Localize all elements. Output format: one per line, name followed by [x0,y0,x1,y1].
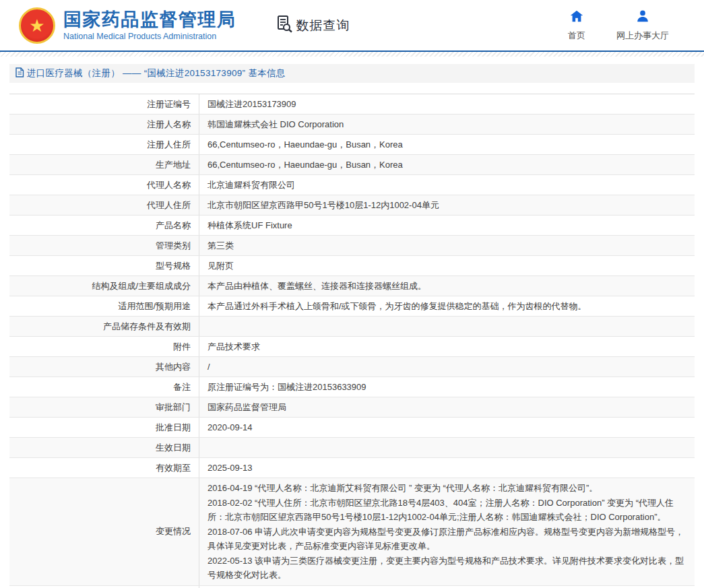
change-item: 2016-04-19 “代理人名称：北京迪斯艾科贸有限公司 ” 变更为 “代理人… [207,481,688,496]
table-row-agent-address: 代理人住所 北京市朝阳区望京西路甲50号1号楼10层1-12内1002-04单元 [9,195,695,216]
row-value [199,438,695,457]
doc-search-icon [276,15,294,36]
row-label: 附件 [9,337,199,356]
brand-title: 国家药品监督管理局 [63,9,236,30]
table-row-approval-date: 批准日期 2020-09-14 [9,418,695,438]
nav-item-home[interactable]: 首页 [568,9,585,42]
row-label: 注册人住所 [9,135,199,154]
info-table: 注册证编号 国械注进20153173909 注册人名称 韩国迪耀株式会社 DIO… [9,94,695,588]
table-row-composition: 结构及组成/主要组成成分 本产品由种植体、覆盖螺丝、连接器和连接器螺丝组成。 [9,276,695,296]
table-row-registrant-name: 注册人名称 韩国迪耀株式会社 DIO Corporation [9,115,695,135]
row-value: 本产品通过外科手术植入上颌骨和/或下颌骨，为牙齿的修复提供稳定的基础，作为齿根的… [199,296,695,316]
national-emblem-icon: ★ [19,7,55,44]
row-label: 注册人名称 [9,115,199,134]
row-value [199,317,695,336]
row-label: 其他内容 [9,357,199,377]
table-row-reg-no: 注册证编号 国械注进20153173909 [9,94,695,115]
table-row-model-spec: 型号规格 见附页 [9,256,695,276]
row-value: / [199,357,695,377]
row-value: 种植体系统UF Fixture [199,216,695,235]
header-nav: 首页 网上办事大厅 [568,9,669,42]
table-row-expiry-date: 有效期至 2025-09-13 [9,458,695,478]
table-row-changes: 变更情况 2016-04-19 “代理人名称：北京迪斯艾科贸有限公司 ” 变更为… [9,478,695,586]
site-header: ★ 国家药品监督管理局 National Medical Products Ad… [0,0,704,51]
person-icon [635,9,650,26]
table-row-remarks: 备注 原注册证编号为：国械注进20153633909 [9,377,695,397]
row-value: 66,Centumseo-ro，Haeundae-gu，Busan，Korea [199,155,695,174]
row-label: 管理类别 [9,236,199,255]
nav-label-service-hall: 网上办事大厅 [616,30,669,42]
row-label: 变更情况 [9,478,199,585]
data-query-label: 数据查询 [296,17,350,34]
row-label: 型号规格 [9,256,199,275]
row-label: 注册证编号 [9,94,199,114]
table-row-product-name: 产品名称 种植体系统UF Fixture [9,216,695,236]
row-label: 审批部门 [9,397,199,417]
change-item: 2018-07-06 申请人此次申请变更内容为规格型号变更及修订原注册产品标准相… [207,525,688,554]
row-label: 批准日期 [9,418,199,437]
row-value: 产品技术要求 [199,337,695,356]
home-icon [569,9,584,26]
table-row-agent-name: 代理人名称 北京迪耀科贸有限公司 [9,175,695,195]
row-label: 适用范围/预期用途 [9,296,199,316]
row-label: 备注 [9,377,199,397]
row-label: 生产地址 [9,155,199,174]
row-value: 66,Centumseo-ro，Haeundae-gu，Busan，Korea [199,135,695,154]
table-row-intended-use: 适用范围/预期用途 本产品通过外科手术植入上颌骨和/或下颌骨，为牙齿的修复提供稳… [9,296,695,317]
row-label: 产品储存条件及有效期 [9,317,199,336]
table-row-effective-date: 生效日期 [9,438,695,458]
brand: 国家药品监督管理局 National Medical Products Admi… [63,9,236,41]
table-row-registrant-address: 注册人住所 66,Centumseo-ro，Haeundae-gu，Busan，… [9,135,695,155]
row-label: 代理人名称 [9,175,199,195]
page-title: 进口医疗器械（注册） —— “国械注进20153173909” 基本信息 [27,67,286,79]
nav-label-home: 首页 [568,30,585,42]
change-item: 2022-05-13 该申请为三类医疗器械变更注册，变更主要内容为型号规格和产品… [207,554,688,583]
table-row-production-address: 生产地址 66,Centumseo-ro，Haeundae-gu，Busan，K… [9,155,695,175]
row-value: 原注册证编号为：国械注进20153633909 [199,377,695,397]
main-content: 进口医疗器械（注册） —— “国械注进20153173909” 基本信息 注册证… [9,64,695,588]
document-icon [15,67,24,80]
row-label: 注 [9,586,199,588]
change-item: 2018-02-02 “代理人住所：北京市朝阳区望京北路18号4层403、404… [207,496,688,525]
page-title-bar: 进口医疗器械（注册） —— “国械注进20153173909” 基本信息 [9,64,695,83]
row-value: 2020-09-14 [199,418,695,437]
row-label: 生效日期 [9,438,199,457]
row-value: 韩国迪耀株式会社 DIO Corporation [199,115,695,134]
row-value: 详情 [199,586,695,588]
row-value: 国家药品监督管理局 [199,397,695,417]
brand-subtitle: National Medical Products Administration [63,32,236,41]
row-value: 本产品由种植体、覆盖螺丝、连接器和连接器螺丝组成。 [199,276,695,296]
table-row-note: 注 详情 [9,586,695,588]
row-label: 结构及组成/主要组成成分 [9,276,199,296]
row-value: 北京市朝阳区望京西路甲50号1号楼10层1-12内1002-04单元 [199,195,695,215]
table-row-attachment: 附件 产品技术要求 [9,337,695,357]
row-value: 2025-09-13 [199,458,695,478]
row-label: 产品名称 [9,216,199,235]
row-label: 有效期至 [9,458,199,478]
table-row-storage: 产品储存条件及有效期 [9,317,695,337]
row-value: 2016-04-19 “代理人名称：北京迪斯艾科贸有限公司 ” 变更为 “代理人… [199,478,695,585]
nav-item-service-hall[interactable]: 网上办事大厅 [616,9,669,42]
table-row-management-class: 管理类别 第三类 [9,236,695,256]
data-query-tab[interactable]: 数据查询 [276,15,350,36]
row-label: 代理人住所 [9,195,199,215]
table-row-approval-department: 审批部门 国家药品监督管理局 [9,397,695,418]
table-row-other-content: 其他内容 / [9,357,695,377]
row-value: 见附页 [199,256,695,275]
header-hatch-band [0,52,704,57]
row-value: 北京迪耀科贸有限公司 [199,175,695,195]
row-value: 第三类 [199,236,695,255]
row-value: 国械注进20153173909 [199,94,695,114]
